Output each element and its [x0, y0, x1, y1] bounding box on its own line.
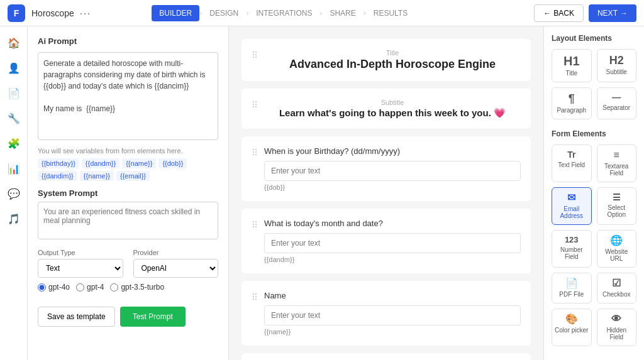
sidebar-icon-doc[interactable]: 📄: [4, 83, 24, 103]
ai-prompt-textarea[interactable]: Generate a detailed horoscope with multi…: [38, 52, 218, 140]
element-select[interactable]: ☰ Select Option: [597, 187, 637, 225]
model-gpt4o[interactable]: gpt-4o: [38, 283, 70, 292]
title-block: ⠿ Title Advanced In-Depth Horoscope Engi…: [242, 39, 531, 81]
sidebar-icon-user[interactable]: 👤: [4, 58, 24, 78]
email-field-block: ⠿ Email Address {{email}}: [242, 353, 531, 360]
provider-label: Provider: [133, 249, 219, 256]
model-radio-group: gpt-4o gpt-4 gpt-3.5-turbo: [38, 283, 218, 292]
sidebar-icon-music[interactable]: 🎵: [4, 209, 24, 229]
form-elements-grid: Tr Text Field ≡ Textarea Field ✉ Email A…: [552, 145, 636, 346]
element-email[interactable]: ✉ Email Address: [552, 187, 592, 225]
element-title[interactable]: H1 Title: [552, 49, 592, 82]
drag-handle-title[interactable]: ⠿: [252, 49, 258, 60]
step-builder[interactable]: BUILDER: [152, 5, 199, 21]
form-elements-title: Form Elements: [552, 129, 636, 138]
element-subtitle[interactable]: H2 Subtitle: [597, 49, 637, 82]
output-type-select[interactable]: Text: [38, 259, 123, 278]
model-gpt35[interactable]: gpt-3.5-turbo: [110, 283, 164, 292]
element-paragraph-label: Paragraph: [557, 107, 586, 114]
element-pdf-label: PDF File: [559, 291, 584, 298]
h2-icon: H2: [609, 55, 624, 66]
drag-handle-subtitle[interactable]: ⠿: [252, 99, 258, 110]
nav-menu-icon[interactable]: ⋯: [79, 6, 91, 20]
name-field-block: ⠿ Name {{name}}: [242, 281, 531, 346]
birthday-question: When is your Birthday? (dd/mm/yyyy): [264, 146, 521, 156]
test-prompt-button[interactable]: Test Prompt: [120, 307, 186, 327]
right-panel: Layout Elements H1 Title H2 Subtitle ¶ P…: [543, 26, 644, 360]
var-dob[interactable]: {{dob}}: [158, 158, 187, 168]
element-text-field-label: Text Field: [558, 161, 585, 168]
separator-icon: —: [612, 93, 621, 102]
title-text: Advanced In-Depth Horoscope Engine: [264, 58, 521, 71]
subtitle-meta: Subtitle: [264, 99, 521, 106]
subtitle-block-content: Subtitle Learn what's going to happen th…: [264, 99, 521, 119]
layout-elements-title: Layout Elements: [552, 34, 636, 43]
provider-group: Provider OpenAI: [133, 249, 219, 278]
sidebar-icon-chat[interactable]: 💬: [4, 183, 24, 204]
name-input[interactable]: [264, 305, 521, 325]
system-prompt-textarea[interactable]: [38, 202, 218, 239]
element-separator[interactable]: — Separator: [597, 87, 637, 119]
var-name2[interactable]: {{name}}: [80, 171, 114, 181]
checkbox-icon: ☑: [612, 278, 621, 288]
save-template-button[interactable]: Save as template: [38, 307, 115, 327]
system-prompt-label: System Prompt: [38, 188, 218, 198]
variables-label: You will see variables from form element…: [38, 147, 218, 155]
title-block-content: Title Advanced In-Depth Horoscope Engine: [264, 49, 521, 71]
variables-list: {{birthday}} {{dandm}} {{name}} {{dob}} …: [38, 158, 218, 181]
element-website[interactable]: 🌐 Website URL: [597, 230, 637, 268]
next-button[interactable]: NEXT →: [589, 4, 636, 22]
element-subtitle-label: Subtitle: [606, 68, 627, 75]
element-checkbox[interactable]: ☑ Checkbox: [597, 273, 637, 303]
step-share[interactable]: SHARE: [322, 5, 363, 21]
var-dandim[interactable]: {{dandim}}: [38, 171, 77, 181]
element-text-field[interactable]: Tr Text Field: [552, 145, 592, 182]
model-gpt4[interactable]: gpt-4: [76, 283, 104, 292]
drag-handle-name[interactable]: ⠿: [252, 291, 258, 302]
hidden-field-icon: 👁: [611, 314, 621, 324]
step-integrations[interactable]: INTEGRATIONS: [248, 5, 319, 21]
birthday-var: {{dob}}: [264, 183, 521, 191]
pdf-icon: 📄: [565, 278, 578, 288]
var-birthday[interactable]: {{birthday}}: [38, 158, 79, 168]
canvas: ⠿ Title Advanced In-Depth Horoscope Engi…: [229, 26, 543, 360]
sidebar-icon-chart[interactable]: 📊: [4, 158, 24, 178]
element-title-label: Title: [565, 70, 577, 77]
step-results[interactable]: RESULTS: [366, 5, 415, 21]
drag-handle-birthday[interactable]: ⠿: [252, 146, 258, 158]
sidebar-icon-tool[interactable]: 🔧: [4, 108, 24, 128]
element-textarea[interactable]: ≡ Textarea Field: [597, 145, 637, 182]
element-separator-label: Separator: [602, 104, 630, 111]
element-email-label: Email Address: [555, 205, 589, 219]
var-name[interactable]: {{name}}: [122, 158, 156, 168]
element-select-label: Select Option: [600, 204, 634, 218]
var-dandm[interactable]: {{dandm}}: [82, 158, 119, 168]
element-pdf[interactable]: 📄 PDF File: [552, 273, 592, 303]
nav-title: Horoscope: [31, 8, 74, 18]
back-button[interactable]: ← BACK: [534, 4, 584, 22]
element-hidden[interactable]: 👁 Hidden Field: [597, 308, 637, 346]
birthday-input[interactable]: [264, 161, 521, 181]
sidebar-icon-puzzle[interactable]: 🧩: [4, 133, 24, 153]
date-input[interactable]: [264, 233, 521, 253]
date-question: What is today's month and date?: [264, 219, 521, 228]
layout-elements-grid: H1 Title H2 Subtitle ¶ Paragraph — Separ…: [552, 49, 636, 119]
element-number[interactable]: 123 Number Field: [552, 230, 592, 268]
step-design[interactable]: DESIGN: [202, 5, 246, 21]
element-color[interactable]: 🎨 Color picker: [552, 308, 592, 346]
website-icon: 🌐: [610, 236, 623, 246]
sidebar-icon-home[interactable]: 🏠: [4, 33, 24, 53]
name-block-content: Name {{name}}: [264, 291, 521, 335]
name-question: Name: [264, 291, 521, 300]
var-email[interactable]: {{email}}: [116, 171, 150, 181]
element-hidden-label: Hidden Field: [600, 327, 634, 341]
element-paragraph[interactable]: ¶ Paragraph: [552, 87, 592, 119]
drag-handle-date[interactable]: ⠿: [252, 219, 258, 230]
date-block-content: What is today's month and date? {{dandm}…: [264, 219, 521, 263]
title-meta: Title: [264, 49, 521, 57]
main-layout: 🏠 👤 📄 🔧 🧩 📊 💬 🎵 Ai Prompt Generate a det…: [0, 26, 644, 360]
top-nav: F Horoscope ⋯ BUILDER › DESIGN › INTEGRA…: [0, 0, 644, 26]
element-checkbox-label: Checkbox: [602, 291, 630, 298]
provider-select[interactable]: OpenAI: [133, 259, 219, 278]
element-number-label: Number Field: [555, 246, 589, 260]
